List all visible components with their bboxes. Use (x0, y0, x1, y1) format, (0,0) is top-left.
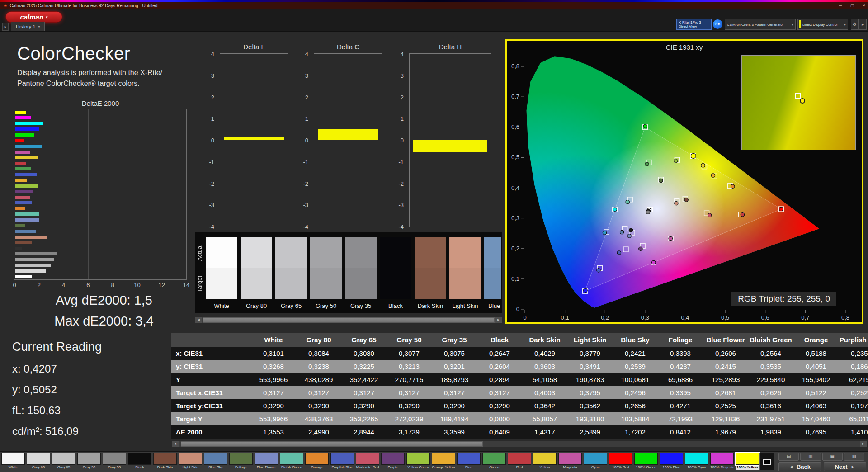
pattern-swatch-purple[interactable]: Purple (381, 453, 405, 470)
next-button[interactable]: Next ► (824, 462, 866, 471)
cie-measured-marker (603, 231, 606, 235)
table-cell: 229,5840 (748, 373, 793, 386)
patch-item: Gray 65 (275, 237, 307, 309)
deltae-bar (15, 275, 32, 278)
table-cell: 0,3395 (658, 386, 703, 399)
nav-icon-button-3[interactable]: ▦ (822, 453, 843, 461)
pattern-swatch-cyan[interactable]: Cyan (584, 453, 607, 470)
pattern-swatch-foliage[interactable]: Foliage (229, 453, 253, 470)
pattern-swatch-gray-80[interactable]: Gray 80 (27, 453, 50, 470)
pattern-swatch-100-red[interactable]: 100% Red (609, 453, 632, 470)
nav-icon-button-2[interactable]: ▥ (800, 453, 821, 461)
table-cell: 0,3201 (432, 360, 477, 373)
pattern-swatch-purplish-blue[interactable]: Purplish Blue (330, 453, 354, 470)
pattern-swatch-dark-skin[interactable]: Dark Skin (153, 453, 177, 470)
scrollbar-thumb[interactable] (203, 317, 495, 323)
gear-icon: ⚙ (853, 22, 857, 27)
delta-c-y-axis: 43210-1-2-3-4 (297, 53, 311, 227)
scroll-left-icon[interactable]: ◄ (172, 441, 179, 447)
settings-gear-button[interactable]: ⚙ (851, 19, 859, 30)
pattern-swatch-100-magenta[interactable]: 100% Magenta (710, 453, 734, 470)
table-cell: 1,3553 (251, 425, 296, 439)
back-button[interactable]: ◄ Back (778, 462, 821, 471)
delta-y-tick: 1 (200, 115, 214, 122)
pattern-swatch-blue-sky[interactable]: Blue Sky (204, 453, 227, 470)
swatch-color (204, 453, 227, 465)
app-icon: ✳ (4, 4, 7, 8)
pattern-swatch-100-cyan[interactable]: 100% Cyan (685, 453, 708, 470)
patch-label: Light Skin (449, 302, 481, 309)
cie-measured-marker (669, 236, 672, 240)
swatch-color (27, 453, 50, 465)
meter-line2: Direct View (679, 24, 697, 28)
patch-label: Black (380, 302, 411, 309)
cie-measured-marker (584, 288, 587, 292)
pattern-swatch-red[interactable]: Red (508, 453, 531, 470)
table-cell: 103,5884 (613, 412, 658, 425)
pattern-swatch-black[interactable]: Black (128, 453, 151, 470)
swatch-label: Orange Yellow (432, 465, 455, 470)
pattern-swatch-yellow-green[interactable]: Yellow Green (406, 453, 430, 470)
delta-y-tick: -4 (200, 223, 214, 230)
svg-text:0,1: 0,1 (511, 275, 519, 282)
deltae-bar (15, 139, 24, 142)
patch-target-swatch (310, 268, 342, 299)
pattern-swatch-light-skin[interactable]: Light Skin (179, 453, 202, 470)
scroll-left-icon[interactable]: ◄ (195, 317, 202, 323)
history-expand-button[interactable]: ▸ (2, 23, 9, 31)
table-scrollbar[interactable]: ◄ ► (171, 440, 867, 448)
delta-y-tick: 0 (389, 137, 404, 144)
table-cell: 0,2681 (703, 386, 748, 399)
swatch-color (77, 453, 101, 465)
patch-strip-scrollbar[interactable]: ◄ ► (195, 316, 502, 324)
tab-history-1[interactable]: History 1 ▾ (11, 22, 45, 31)
pattern-swatch-gray-35[interactable]: Gray 35 (103, 453, 126, 470)
maximize-button[interactable]: ▢ (848, 2, 856, 9)
scroll-right-icon[interactable]: ► (860, 441, 867, 447)
deltae-x-axis: 02468101214 (14, 282, 187, 289)
delta-l-title: Delta L (220, 43, 288, 51)
pattern-swatch-magenta[interactable]: Magenta (558, 453, 582, 470)
swatch-color (736, 453, 759, 465)
swatch-color (432, 453, 455, 465)
pattern-swatch-100-green[interactable]: 100% Green (634, 453, 658, 470)
pattern-swatch-yellow[interactable]: Yellow (533, 453, 557, 470)
meter-brand-badge[interactable]: i1D (713, 19, 722, 29)
scrollbar-thumb[interactable] (181, 441, 483, 447)
pattern-swatch-orange-yellow[interactable]: Orange Yellow (432, 453, 455, 470)
nav-icon-button-4[interactable]: ▧ (844, 453, 864, 461)
pattern-swatch-moderate-red[interactable]: Moderate Red (356, 453, 379, 470)
swatch-color (229, 453, 253, 465)
pattern-swatch-blue[interactable]: Blue (457, 453, 481, 470)
pattern-swatch-bluish-green[interactable]: Bluish Green (280, 453, 303, 470)
table-cell: 0,2564 (748, 347, 793, 360)
nav-icon-button-1[interactable]: ▤ (778, 453, 799, 461)
calman-menu-button[interactable]: calman ▾ (5, 11, 62, 23)
display-control-dropdown[interactable]: Direct Display Control ▾ (797, 19, 848, 30)
table-cell: 0,2525 (703, 399, 748, 412)
pattern-source-dropdown[interactable]: CalMAN Client 3 Pattern Generator ▾ (725, 19, 796, 30)
delta-y-tick: -1 (200, 158, 214, 165)
minimize-button[interactable]: ─ (836, 2, 844, 9)
scroll-right-icon[interactable]: ► (495, 317, 502, 323)
chevron-down-icon: ▾ (38, 23, 40, 31)
pattern-swatch-gray-65[interactable]: Gray 65 (52, 453, 75, 470)
pattern-window-button[interactable] (760, 453, 774, 470)
pattern-swatch-gray-50[interactable]: Gray 50 (77, 453, 101, 470)
nav-icon-row: ▤▥▦▧ (778, 453, 864, 461)
swatch-list: WhiteGray 80Gray 65Gray 50Gray 35BlackDa… (1, 453, 759, 470)
pattern-swatch-white[interactable]: White (1, 453, 25, 470)
delta-y-tick: -1 (389, 158, 404, 165)
meter-dropdown[interactable]: X-Rite i1Pro 3 Direct View (676, 19, 712, 30)
pattern-swatch-orange[interactable]: Orange (305, 453, 329, 470)
cie-measured-marker (645, 162, 649, 166)
pattern-swatch-100-blue[interactable]: 100% Blue (660, 453, 683, 470)
table-cell: 553,9966 (251, 373, 296, 386)
pattern-swatch-100-yellow[interactable]: 100% Yellow (736, 453, 759, 470)
toolbar-overflow-button[interactable]: ▸ (859, 19, 867, 30)
pattern-swatch-blue-flower[interactable]: Blue Flower (255, 453, 278, 470)
pattern-swatch-green[interactable]: Green (482, 453, 506, 470)
close-button[interactable]: ✕ (860, 2, 868, 9)
table-cell: 0,3075 (432, 347, 477, 360)
deltae-bar (15, 269, 46, 273)
